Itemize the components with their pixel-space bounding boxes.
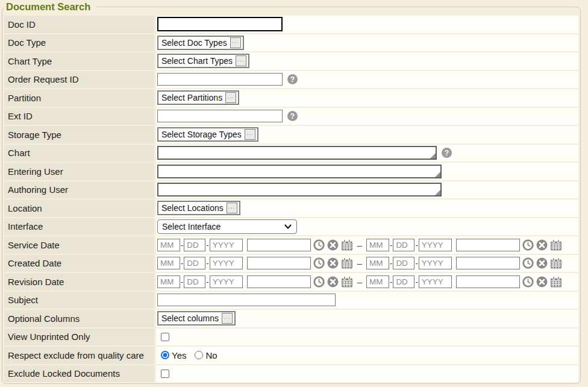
field-label-order-request-id: Order Request ID [4,71,154,89]
year-input[interactable] [210,239,243,251]
select-columns-button[interactable]: Select columns ... [157,311,236,326]
form-row-doc-type: Doc Type Select Doc Types ... [4,34,578,52]
ellipsis-button[interactable]: ... [245,129,255,140]
calendar-icon[interactable] [550,257,562,269]
year-input[interactable] [419,239,452,251]
authoring-user-textarea[interactable] [157,183,442,197]
quality-care-radio-group: Yes No [161,350,219,360]
time-input[interactable] [456,239,520,251]
interface-select[interactable]: Select Interface [157,219,297,234]
clear-icon[interactable] [536,257,548,269]
field-label-ext-id: Ext ID [4,108,154,125]
range-separator: – [357,277,362,287]
clock-icon[interactable] [313,276,325,288]
clear-icon[interactable] [536,239,548,251]
day-input[interactable] [393,257,414,269]
day-input[interactable] [393,275,414,288]
select-chart-types-button[interactable]: Select Chart Types ... [157,54,249,68]
clock-icon[interactable] [313,239,325,251]
chart-textarea[interactable] [157,146,437,160]
calendar-icon[interactable] [341,276,353,288]
select-locations-button[interactable]: Select Locations ... [157,201,240,215]
day-input[interactable] [393,239,414,251]
ext-id-input[interactable] [157,110,283,122]
field-label-authoring-user: Authoring User [4,181,154,199]
help-icon[interactable]: ? [287,74,298,84]
month-input[interactable] [366,275,389,288]
month-input[interactable] [366,239,389,251]
year-input[interactable] [419,275,452,288]
form-row-exclude-locked: Exclude Locked Documents [4,365,578,383]
subject-input[interactable] [157,294,336,306]
date-time-group: - - [366,257,562,269]
clock-icon[interactable] [313,257,325,269]
form-row-chart: Chart ? [4,145,578,162]
date-separator: - [206,259,208,268]
field-label-interface: Interface [4,218,154,236]
date-separator: - [181,277,183,286]
select-partitions-button[interactable]: Select Partitions ... [157,90,239,105]
field-label-chart-type: Chart Type [4,52,154,70]
field-label-optional-columns: Optional Columns [4,310,154,327]
form-row-service-date: Service Date - - – [4,236,578,254]
month-input[interactable] [157,257,180,269]
view-unprinted-only-checkbox[interactable] [161,333,169,341]
clock-icon[interactable] [522,239,534,251]
form-row-created-date: Created Date - - – [4,255,578,272]
clear-icon[interactable] [327,239,339,251]
select-storage-types-button[interactable]: Select Storage Types ... [157,127,258,142]
doc-id-input[interactable] [157,17,283,31]
clear-icon[interactable] [536,276,548,288]
date-time-group: - - [157,257,353,269]
time-input[interactable] [247,257,311,269]
calendar-icon[interactable] [550,276,562,288]
date-time-group: - - [157,239,353,251]
year-input[interactable] [419,257,452,269]
year-input[interactable] [210,257,243,269]
calendar-icon[interactable] [341,239,353,251]
day-input[interactable] [184,275,205,288]
time-input[interactable] [456,275,520,288]
month-input[interactable] [366,257,389,269]
clock-icon[interactable] [522,257,534,269]
time-input[interactable] [456,257,520,269]
day-input[interactable] [184,239,205,251]
form-row-ext-id: Ext ID ? [4,108,578,125]
time-input[interactable] [247,239,311,251]
calendar-icon[interactable] [341,257,353,269]
month-input[interactable] [157,275,180,288]
resize-grip-icon[interactable] [435,190,440,195]
form-row-entering-user: Entering User [4,163,578,180]
form-row-chart-type: Chart Type Select Chart Types ... [4,52,578,70]
picker-label: Select Partitions [161,93,222,102]
clear-icon[interactable] [327,257,339,269]
entering-user-textarea[interactable] [157,165,442,178]
resize-grip-icon[interactable] [430,153,436,159]
ellipsis-button[interactable]: ... [230,37,241,48]
help-icon[interactable]: ? [287,111,298,121]
radio-yes[interactable] [161,351,169,359]
month-input[interactable] [157,239,180,251]
clear-icon[interactable] [327,276,339,288]
year-input[interactable] [210,275,243,288]
field-label-created-date: Created Date [4,255,154,272]
ellipsis-button[interactable]: ... [225,92,236,103]
order-request-id-input[interactable] [157,73,283,86]
time-input[interactable] [247,275,311,288]
exclude-locked-documents-checkbox[interactable] [161,370,169,378]
select-doc-types-button[interactable]: Select Doc Types ... [157,36,244,50]
form-row-partition: Partition Select Partitions ... [4,89,578,107]
date-separator: - [415,241,418,250]
date-separator: - [181,241,183,250]
ellipsis-button[interactable]: ... [227,203,237,213]
radio-no[interactable] [195,351,203,359]
page-title: Document Search [4,0,96,13]
clock-icon[interactable] [522,276,534,288]
resize-grip-icon[interactable] [435,172,440,177]
ellipsis-button[interactable]: ... [236,55,246,66]
calendar-icon[interactable] [550,239,562,251]
ellipsis-button[interactable]: ... [222,313,233,324]
help-icon[interactable]: ? [442,148,452,158]
day-input[interactable] [184,257,205,269]
form-row-optional-columns: Optional Columns Select columns ... [4,310,578,327]
